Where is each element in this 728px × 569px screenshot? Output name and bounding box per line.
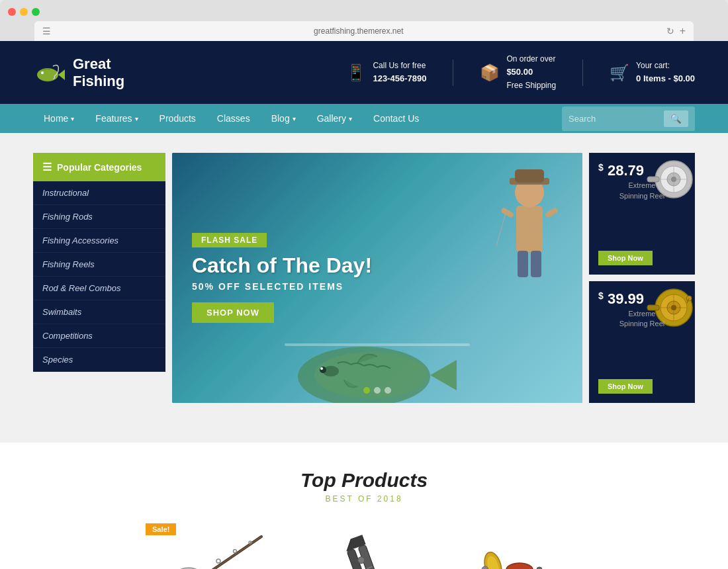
search-bar[interactable]: 🔍 bbox=[562, 107, 695, 131]
slider-dot-1[interactable] bbox=[363, 387, 370, 394]
nav-item-contact[interactable]: Contact Us bbox=[363, 104, 430, 133]
site-wrapper: Great Fishing 📱 Call Us for free 123-456… bbox=[0, 41, 728, 569]
shipping-label: On order over bbox=[506, 54, 555, 64]
maximize-dot[interactable] bbox=[32, 8, 40, 16]
hero-slider-dots bbox=[363, 387, 391, 394]
free-shipping-text: Free Shipping bbox=[506, 81, 556, 90]
hero-subtitle: 50% OFF SELECTED ITEMS bbox=[192, 281, 563, 292]
logo-line2: Fishing bbox=[73, 73, 124, 90]
shipping-icon: 📦 bbox=[480, 64, 500, 82]
svg-marker-5 bbox=[430, 360, 457, 390]
svg-line-40 bbox=[199, 537, 261, 569]
svg-rect-14 bbox=[500, 207, 514, 218]
categories-sidebar: ☰ Popular Categories Instructional Fishi… bbox=[33, 153, 165, 403]
svg-rect-9 bbox=[285, 343, 470, 346]
svg-point-61 bbox=[506, 563, 533, 569]
product-item-3 bbox=[450, 523, 582, 569]
cart-info[interactable]: 🛒 Your cart: 0 Items - $0.00 bbox=[610, 60, 695, 86]
logo-text: Great Fishing bbox=[73, 56, 124, 90]
main-content: ☰ Popular Categories Instructional Fishi… bbox=[0, 133, 728, 443]
shipping-amount: $50.00 bbox=[506, 66, 556, 79]
phone-label: Call Us for free bbox=[373, 61, 426, 70]
top-products-subtitle: BEST OF 2018 bbox=[33, 494, 695, 503]
nav-item-gallery[interactable]: Gallery ▾ bbox=[306, 104, 363, 133]
products-grid: Sale! bbox=[33, 523, 695, 569]
cat-item-fishing-rods[interactable]: Fishing Rods bbox=[33, 205, 165, 229]
svg-point-2 bbox=[41, 71, 44, 74]
svg-marker-1 bbox=[58, 69, 65, 80]
browser-chrome: ☰ greatfishing.themerex.net ↻ + bbox=[0, 0, 728, 41]
chevron-down-icon: ▾ bbox=[349, 115, 352, 122]
url-bar[interactable]: greatfishing.themerex.net bbox=[56, 26, 661, 36]
flash-sale-badge: FLASH SALE bbox=[192, 233, 267, 247]
cat-item-species[interactable]: Species bbox=[33, 348, 165, 372]
chevron-down-icon: ▾ bbox=[71, 115, 74, 122]
cat-item-instructional[interactable]: Instructional bbox=[33, 181, 165, 205]
cart-icon: 🛒 bbox=[610, 64, 629, 82]
sale-badge-1: Sale! bbox=[146, 523, 176, 535]
svg-point-45 bbox=[249, 541, 251, 544]
header-divider-2 bbox=[582, 60, 583, 86]
slider-dot-2[interactable] bbox=[374, 387, 381, 394]
product-image-2 bbox=[304, 523, 424, 569]
hero-section: ☰ Popular Categories Instructional Fishi… bbox=[33, 153, 695, 403]
multi-tool-lure-icon bbox=[321, 533, 407, 569]
product-price-2: $ 39.99 bbox=[598, 290, 686, 308]
hero-product-cards: $ 28.79 ExtremeSpinning Reel Shop Now bbox=[589, 153, 695, 403]
logo-fish-icon bbox=[33, 56, 66, 89]
nav-item-blog[interactable]: Blog ▾ bbox=[261, 104, 306, 133]
header-divider-1 bbox=[453, 60, 453, 86]
menu-icon: ☰ bbox=[42, 161, 52, 173]
phone-text: Call Us for free 123-456-7890 bbox=[373, 60, 426, 86]
cat-item-swimbaits[interactable]: Swimbaits bbox=[33, 300, 165, 324]
product-name-1: ExtremeSpinning Reel bbox=[598, 181, 686, 201]
svg-rect-13 bbox=[515, 169, 544, 183]
search-input[interactable] bbox=[569, 114, 661, 124]
currency-symbol-2: $ bbox=[598, 290, 604, 301]
shop-button-2[interactable]: Shop Now bbox=[598, 379, 653, 394]
product-card-2: $ 39.99 ExtremeSpinning Reel Shop Now bbox=[589, 281, 695, 403]
browser-bar: ☰ greatfishing.themerex.net ↻ + bbox=[34, 21, 694, 41]
categories-title: Popular Categories bbox=[57, 162, 142, 173]
cat-item-rod-reel-combos[interactable]: Rod & Reel Combos bbox=[33, 277, 165, 300]
product-name-2: ExtremeSpinning Reel bbox=[598, 309, 686, 329]
phone-number[interactable]: 123-456-7890 bbox=[373, 72, 426, 86]
logo-line1: Great bbox=[73, 56, 124, 73]
top-products-title: Top Products bbox=[33, 469, 695, 492]
nav-item-classes[interactable]: Classes bbox=[206, 104, 261, 133]
main-nav: Home ▾ Features ▾ Products Classes Blog … bbox=[0, 104, 728, 133]
reload-icon[interactable]: ↻ bbox=[666, 26, 674, 36]
slider-dot-3[interactable] bbox=[385, 387, 391, 394]
search-button[interactable]: 🔍 bbox=[664, 110, 688, 127]
phone-info: 📱 Call Us for free 123-456-7890 bbox=[346, 60, 426, 86]
svg-point-8 bbox=[320, 367, 323, 370]
nav-item-home[interactable]: Home ▾ bbox=[33, 104, 85, 133]
chevron-down-icon: ▾ bbox=[135, 115, 138, 122]
hero-banner: FLASH SALE Catch of The Day! 50% OFF SEL… bbox=[172, 153, 582, 403]
cart-label: Your cart: bbox=[636, 61, 670, 70]
cart-text: Your cart: 0 Items - $0.00 bbox=[636, 60, 695, 86]
product-card-1: $ 28.79 ExtremeSpinning Reel Shop Now bbox=[589, 153, 695, 275]
minimize-dot[interactable] bbox=[20, 8, 28, 16]
cat-item-fishing-accessories[interactable]: Fishing Accessories bbox=[33, 229, 165, 253]
svg-point-7 bbox=[320, 367, 326, 373]
svg-rect-15 bbox=[545, 207, 559, 218]
site-header: Great Fishing 📱 Call Us for free 123-456… bbox=[0, 41, 728, 104]
hero-title: Catch of The Day! bbox=[192, 254, 563, 277]
cat-item-fishing-reels[interactable]: Fishing Reels bbox=[33, 253, 165, 277]
browser-dots bbox=[8, 5, 720, 16]
cat-item-competitions[interactable]: Competitions bbox=[33, 324, 165, 348]
nav-item-products[interactable]: Products bbox=[149, 104, 206, 133]
categories-header: ☰ Popular Categories bbox=[33, 153, 165, 181]
close-dot[interactable] bbox=[8, 8, 16, 16]
new-tab-button[interactable]: + bbox=[680, 25, 686, 37]
shop-button-1[interactable]: Shop Now bbox=[598, 251, 653, 265]
nav-item-features[interactable]: Features ▾ bbox=[85, 104, 148, 133]
hero-content: FLASH SALE Catch of The Day! 50% OFF SEL… bbox=[192, 233, 563, 323]
shop-now-button[interactable]: SHOP NOW bbox=[192, 302, 274, 323]
browser-menu-icon[interactable]: ☰ bbox=[42, 26, 51, 36]
nav-items: Home ▾ Features ▾ Products Classes Blog … bbox=[33, 104, 562, 133]
product-item-2 bbox=[298, 523, 430, 569]
logo[interactable]: Great Fishing bbox=[33, 56, 139, 90]
currency-symbol-1: $ bbox=[598, 162, 604, 173]
